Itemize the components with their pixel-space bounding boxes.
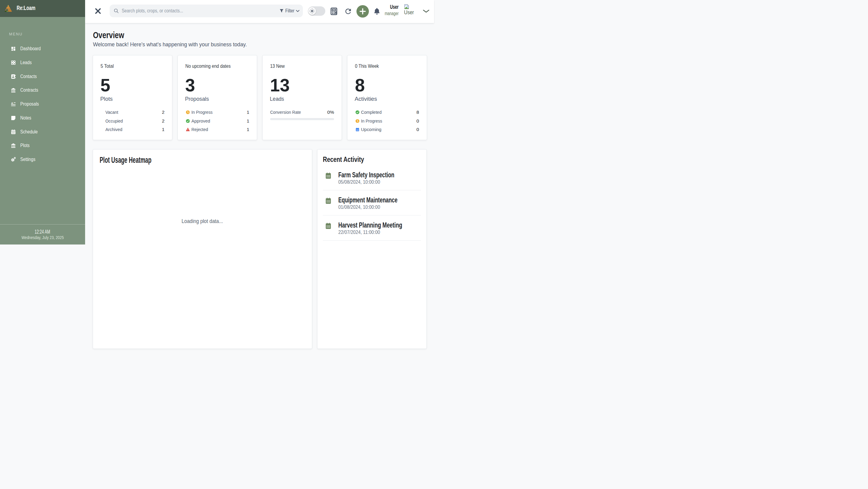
- svg-text:A: A: [11, 102, 13, 105]
